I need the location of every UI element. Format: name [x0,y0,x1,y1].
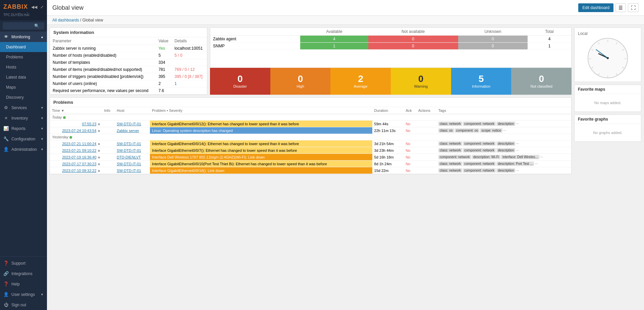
monitoring-icon: 👁 [3,34,9,39]
tag: description: Port Test ... [496,162,534,166]
prob-dot [98,150,100,152]
favorite-graphs-header: Favorite graphs [575,115,641,124]
severity-box-average[interactable]: 2Average [330,68,391,95]
prob-problem: Interface GigabitEthernet0/0/12(): Ether… [150,121,372,127]
prob-duration: 15d 22m [372,167,404,174]
tag: class: network [438,141,462,146]
problems-panel: Problems Time ▼ Info Host Problem • Seve… [50,97,572,174]
sort-arrow[interactable]: ▼ [61,109,64,113]
col-actions: Actions [416,107,436,114]
agent-row: Zabbix agent 4 0 0 4 [210,36,571,43]
help-icon: ❓ [3,281,9,286]
prob-duration: 8d 1h 24m [372,161,404,167]
sidebar-item-support-label: Support [11,261,25,266]
prob-problem: Interface GigabitEthernet0/0/18(): Link … [150,167,372,174]
tag: component: network [463,141,496,146]
clock-panel: Local [574,28,641,82]
edit-dashboard-button[interactable]: Edit dashboard [578,3,613,12]
sidebar-item-monitoring[interactable]: 👁 Monitoring ▲ [0,32,47,42]
sidebar-item-integrations-label: Integrations [11,271,33,276]
sidebar-item-support[interactable]: ❓ Support [0,258,47,268]
sidebar-item-maps[interactable]: Maps [0,82,47,92]
sysinfo-details: 5 / 0 [172,52,207,59]
sidebar-item-hosts[interactable]: Hosts [0,62,47,72]
sidebar-item-inventory[interactable]: ≡ Inventory ▼ [0,113,47,123]
severity-count: 0 [418,74,424,84]
agent-total: 1 [528,43,571,50]
problem-row: 2023-07-19 16:36:40 DTD-DIENLVT Interfac… [50,154,571,161]
sidebar-search-box[interactable]: 🔍 [3,22,44,30]
prob-duration: 22h 11m 13s [372,127,404,134]
agent-col-total: Total [528,28,571,36]
severity-box-warning[interactable]: 0Warning [391,68,451,95]
prob-tags: class: networkcomponent: networkdescript… [436,121,571,127]
prob-ack: No [404,161,416,167]
sidebar-item-integrations[interactable]: 🔗 Integrations [0,268,47,279]
chevron-down-icon: ▼ [41,293,44,296]
sidebar-item-user-settings[interactable]: 👤 User settings ▼ [0,289,47,300]
severity-box-information[interactable]: 5Information [451,68,512,95]
sidebar-item-dashboard[interactable]: Dashboard [0,42,47,52]
favorite-graphs-empty: No graphs added. [575,124,641,141]
sidebar-item-latest-data[interactable]: Latest data [0,72,47,82]
sysinfo-row: Number of items (enabled/disabled/not su… [50,66,207,73]
sidebar-item-configuration-label: Configuration [11,137,35,141]
breadcrumb-home-link[interactable]: All dashboards [52,18,79,23]
sysinfo-param: Number of hosts (enabled/disabled) [50,52,156,59]
prob-time: 2023-07-24 10:43:54 [50,127,102,134]
sysinfo-value: 2 [156,80,172,87]
more-tags[interactable]: ··· [516,168,519,172]
right-column: Local [574,28,641,307]
more-tags[interactable]: ··· [516,122,519,126]
severity-box-high[interactable]: 0High [270,68,331,95]
prob-time: 2023-07-21 09:10:22 [50,147,102,154]
sidebar-search-input[interactable] [5,24,34,28]
severity-box-disaster[interactable]: 0Disaster [210,68,270,95]
sysinfo-param: Number of templates [50,59,156,66]
more-tags[interactable]: ··· [535,162,538,166]
sidebar-item-services[interactable]: ⚙ Services ▼ [0,102,47,113]
agent-unknown: 0 [458,43,528,50]
prob-info [102,161,115,167]
prob-actions [416,167,436,174]
tag: component: network [463,148,496,152]
more-tags[interactable]: ··· [516,141,519,145]
more-tags[interactable]: ··· [503,128,506,132]
prob-dot [98,163,100,165]
clock-face [588,38,628,78]
more-tags[interactable]: ··· [516,148,519,152]
today-separator: Today [50,114,571,121]
agent-col-name [210,28,300,36]
agent-severity-col: Available Not available Unknown Total Za… [210,28,572,95]
sidebar-item-administration[interactable]: 👤 Administration ▼ [0,144,47,154]
prob-actions [416,127,436,134]
dashboard-fullscreen-button[interactable]: ⛶ [628,3,639,12]
chevron-right-icon3: ▼ [41,127,44,130]
sysinfo-value: 395 [156,73,172,80]
prob-actions [416,154,436,161]
sidebar-item-configuration[interactable]: 🔧 Configuration ▼ [0,134,47,144]
breadcrumb-current: Global view [82,18,103,23]
sidebar-item-sign-out[interactable]: ⏻ Sign out [0,300,47,310]
severity-box-not-classified[interactable]: 0Not classified [511,68,572,95]
sidebar-item-reports[interactable]: 📊 Reports ▼ [0,123,47,134]
prob-host: DTD-DIENLVT [115,154,150,161]
sysinfo-row: Zabbix server is running Yes localhost:1… [50,45,207,52]
prob-tags: component: networkdescription: Wi-Fiinte… [436,154,571,161]
prob-dot [98,143,100,145]
more-tags[interactable]: ··· [540,155,543,159]
prob-ack: No [404,121,416,127]
dashboard-menu-button[interactable]: ☰ [615,3,626,12]
sidebar-item-help[interactable]: ❓ Help [0,279,47,289]
sidebar-item-problems[interactable]: Problems [0,52,47,62]
sidebar-item-dashboard-label: Dashboard [6,45,26,49]
tag: description [496,168,515,173]
col-problem-severity: Problem • Severity [150,107,372,114]
sidebar-expand-icon[interactable]: ⤢ [40,5,44,9]
sidebar-item-discovery[interactable]: Discovery [0,92,47,102]
sysinfo-details [172,59,207,66]
sysinfo-details: 769 / 0 / 12 [172,66,207,73]
breadcrumb: All dashboards / Global view [47,16,644,25]
sidebar-collapse-icon[interactable]: ◀◀ [31,5,37,9]
user-settings-icon: 👤 [3,292,9,297]
